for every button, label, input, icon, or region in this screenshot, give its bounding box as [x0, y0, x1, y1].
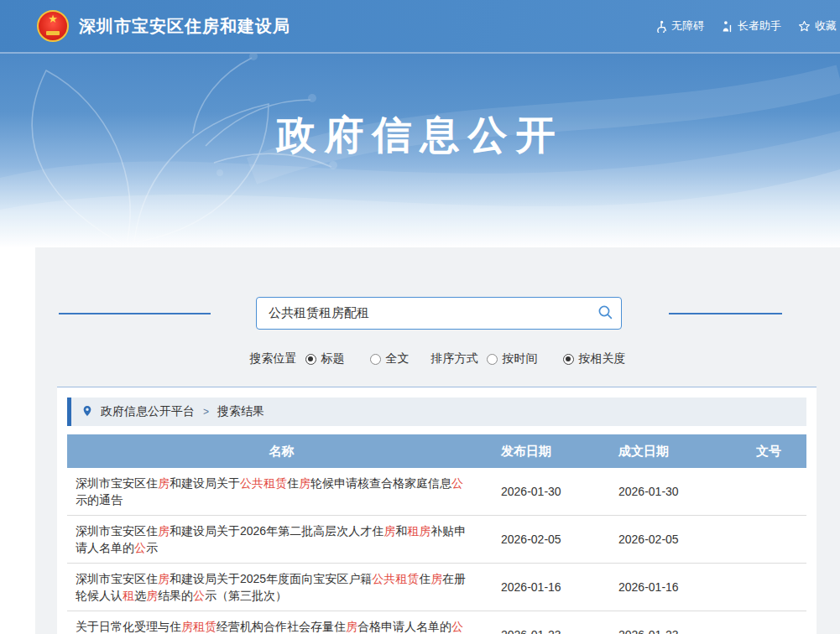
- publish-date: 2026-02-05: [496, 533, 613, 546]
- accessibility-link[interactable]: 无障碍: [655, 18, 704, 34]
- star-icon: [798, 20, 811, 33]
- search-button[interactable]: [589, 298, 621, 329]
- result-title[interactable]: 深圳市宝安区住房和建设局关于2025年度面向宝安区户籍公共租赁住房在册轮候人认租…: [67, 570, 496, 604]
- location-pin-icon: [81, 405, 101, 419]
- results-table: 名称 发布日期 成文日期 文号 深圳市宝安区住房和建设局关于公共租赁住房轮候申请…: [67, 434, 806, 634]
- banner: 政府信息公开: [0, 54, 840, 247]
- table-row: 深圳市宝安区住房和建设局关于公共租赁住房轮候申请核查合格家庭信息公示的通告 20…: [67, 468, 806, 516]
- search-position-label: 搜索位置: [250, 351, 297, 366]
- site-title[interactable]: 深圳市宝安区住房和建设局: [79, 15, 290, 38]
- radio-fulltext[interactable]: 全文: [370, 351, 410, 366]
- page: ★ 深圳市宝安区住房和建设局 无障碍 长者助手: [0, 0, 840, 634]
- radio-fulltext-circle: [370, 354, 381, 365]
- publish-date: 2026-01-23: [496, 628, 613, 634]
- publish-date: 2026-01-30: [496, 485, 613, 498]
- radio-title[interactable]: 标题: [305, 351, 345, 366]
- top-navbar: ★ 深圳市宝安区住房和建设局 无障碍 长者助手: [0, 0, 840, 52]
- result-title[interactable]: 深圳市宝安区住房和建设局关于2026年第二批高层次人才住房和租房补贴申请人名单的…: [67, 522, 496, 556]
- radio-by-time[interactable]: 按时间: [487, 351, 538, 366]
- column-header-doc-date: 成文日期: [613, 444, 731, 460]
- breadcrumb: 政府信息公开平台 > 搜索结果: [67, 398, 806, 426]
- navbar-divider: [0, 52, 840, 54]
- result-title[interactable]: 深圳市宝安区住房和建设局关于公共租赁住房轮候申请核查合格家庭信息公示的通告: [67, 475, 496, 508]
- search-options-row: 搜索位置 标题 全文 排序方式 按时间 按相关度: [35, 348, 840, 370]
- page-title: 政府信息公开: [0, 109, 840, 162]
- breadcrumb-separator: >: [203, 406, 209, 418]
- search-input[interactable]: [257, 306, 589, 320]
- navbar-links: 无障碍 长者助手 收藏: [655, 0, 837, 52]
- search-box: [256, 297, 622, 330]
- radio-title-circle: [305, 354, 316, 365]
- national-emblem-logo: ★: [37, 10, 69, 42]
- search-right-line: [669, 313, 782, 314]
- doc-date: 2026-02-05: [613, 533, 731, 546]
- radio-by-time-circle: [487, 354, 498, 365]
- column-header-name: 名称: [67, 444, 496, 460]
- results-card: 政府信息公开平台 > 搜索结果 名称 发布日期 成文日期 文号 深圳市宝安区住房…: [57, 387, 817, 634]
- table-row: 深圳市宝安区住房和建设局关于2025年度面向宝安区户籍公共租赁住房在册轮候人认租…: [67, 564, 806, 611]
- search-left-line: [59, 313, 211, 314]
- table-row: 深圳市宝安区住房和建设局关于2026年第二批高层次人才住房和租房补贴申请人名单的…: [67, 516, 806, 564]
- elder-assist-link[interactable]: 长者助手: [721, 18, 781, 34]
- sort-mode-label: 排序方式: [431, 351, 478, 366]
- doc-date: 2026-01-16: [613, 580, 731, 594]
- breadcrumb-current: 搜索结果: [217, 404, 264, 419]
- doc-date: 2026-01-23: [613, 628, 731, 634]
- results-rows: 深圳市宝安区住房和建设局关于公共租赁住房轮候申请核查合格家庭信息公示的通告 20…: [67, 468, 806, 634]
- favorite-link[interactable]: 收藏: [798, 18, 837, 34]
- result-title[interactable]: 关于日常化受理与住房租赁经营机构合作社会存量住房合格申请人名单的公示: [67, 618, 496, 634]
- elder-assist-icon: [721, 20, 733, 33]
- radio-by-relevance-circle: [563, 354, 574, 365]
- accessibility-icon: [655, 20, 667, 33]
- doc-date: 2026-01-30: [613, 485, 731, 498]
- column-header-publish-date: 发布日期: [496, 444, 613, 460]
- breadcrumb-root[interactable]: 政府信息公开平台: [101, 404, 195, 419]
- radio-by-relevance[interactable]: 按相关度: [563, 351, 626, 366]
- publish-date: 2026-01-16: [496, 580, 613, 594]
- search-icon: [597, 304, 613, 323]
- table-header-row: 名称 发布日期 成文日期 文号: [67, 434, 806, 468]
- table-row: 关于日常化受理与住房租赁经营机构合作社会存量住房合格申请人名单的公示 2026-…: [67, 611, 806, 634]
- column-header-doc-number: 文号: [731, 444, 806, 460]
